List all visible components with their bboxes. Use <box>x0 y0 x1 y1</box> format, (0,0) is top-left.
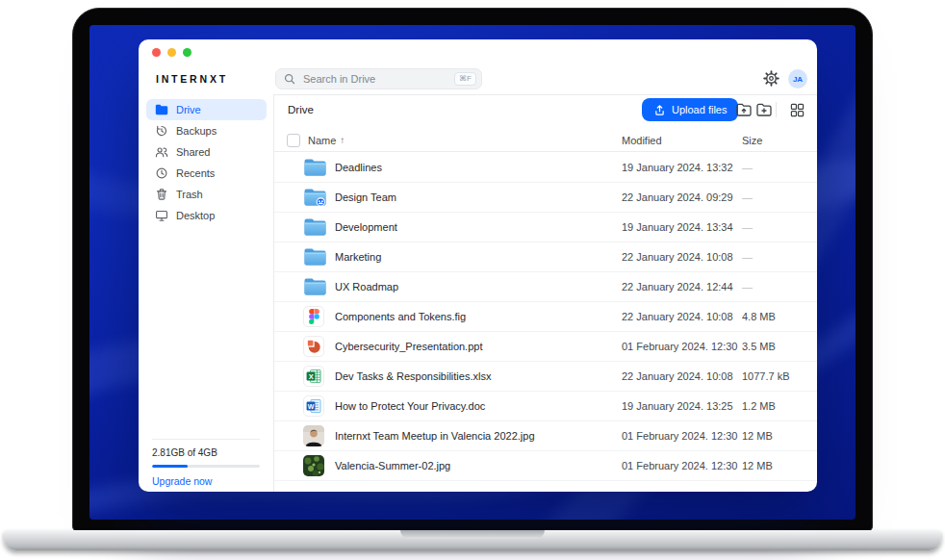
photo-leaves-icon <box>303 455 335 476</box>
table-row[interactable]: Deadlines 19 January 2024. 13:32 — <box>274 153 817 183</box>
row-size: 12 MB <box>742 430 811 442</box>
backups-icon <box>155 124 168 138</box>
grid-view-button[interactable] <box>787 100 806 119</box>
row-size: — <box>742 221 811 233</box>
upgrade-link[interactable]: Upgrade now <box>152 475 260 487</box>
table-row[interactable]: W How to Protect Your Privacy.doc 19 Jan… <box>274 392 817 421</box>
table-row[interactable]: Marketing 22 January 2024. 10:08 — <box>274 242 817 272</box>
row-modified: 01 February 2024. 12:30 <box>622 430 742 442</box>
row-size: 4.8 MB <box>742 311 811 322</box>
folder-icon <box>303 217 335 237</box>
storage-usage-label: 2.81GB of 4GB <box>152 447 260 458</box>
table-row[interactable]: Development 19 January 2024. 13:34 — <box>274 213 817 242</box>
row-modified: 22 January 2024. 09:29 <box>622 191 742 203</box>
settings-button[interactable] <box>763 70 780 88</box>
svg-text:X: X <box>309 372 314 381</box>
row-size: 3.5 MB <box>742 341 811 352</box>
breadcrumb-title: Drive <box>288 104 314 115</box>
search-input[interactable] <box>301 72 454 86</box>
laptop-screen: INTERNXT ⌘F JA Drive <box>72 8 873 532</box>
sidebar-item-trash[interactable]: Trash <box>146 184 267 205</box>
sidebar-item-label: Trash <box>176 189 203 200</box>
table-row[interactable]: Components and Tokens.fig 22 January 202… <box>274 302 817 332</box>
powerpoint-icon <box>303 336 335 357</box>
row-name: Cybersecurity_Presentation.ppt <box>335 341 622 352</box>
drive-folder-icon <box>155 103 168 116</box>
trash-icon <box>155 188 168 201</box>
word-icon: W <box>303 395 335 417</box>
excel-icon: X <box>303 366 335 387</box>
row-name: Deadlines <box>335 162 622 173</box>
sort-arrow-icon: ↑ <box>340 135 345 145</box>
row-size: 1.2 MB <box>742 400 811 412</box>
main-content: Drive Upload files <box>274 95 817 492</box>
row-name: Development <box>335 221 622 233</box>
row-size: — <box>742 162 811 173</box>
figma-icon <box>303 306 335 327</box>
column-header-name[interactable]: Name ↑ <box>308 135 622 146</box>
file-list: Deadlines 19 January 2024. 13:32 — Desig… <box>274 153 817 481</box>
sidebar-item-desktop[interactable]: Desktop <box>146 205 267 226</box>
search-bar: ⌘F <box>275 68 482 89</box>
sidebar-item-label: Backups <box>176 125 217 137</box>
sidebar-item-recents[interactable]: Recents <box>146 163 267 184</box>
storage-section: 2.81GB of 4GB Upgrade now <box>152 439 260 487</box>
minimize-button[interactable] <box>167 48 176 57</box>
folder-icon <box>303 158 335 177</box>
storage-divider <box>152 439 260 440</box>
row-name: Dev Tasks & Responsibilities.xlsx <box>335 370 622 382</box>
desktop-icon <box>155 209 168 222</box>
select-all-checkbox[interactable] <box>287 134 300 147</box>
laptop-base <box>4 530 941 550</box>
row-modified: 22 January 2024. 12:44 <box>622 281 742 293</box>
row-modified: 22 January 2024. 10:08 <box>622 311 742 322</box>
sidebar-item-label: Recents <box>176 167 215 179</box>
row-name: Design Team <box>335 191 622 203</box>
photo-person-icon <box>303 425 335 446</box>
zoom-button[interactable] <box>183 48 192 57</box>
column-header-modified[interactable]: Modified <box>622 135 742 146</box>
new-folder-button[interactable] <box>754 100 774 119</box>
upload-folder-icon <box>735 101 753 118</box>
table-row[interactable]: Cybersecurity_Presentation.ppt 01 Februa… <box>274 332 817 362</box>
shared-icon <box>155 145 168 159</box>
upload-files-button[interactable]: Upload files <box>642 98 738 121</box>
row-modified: 19 January 2024. 13:34 <box>622 221 742 233</box>
row-size: — <box>742 281 811 293</box>
row-modified: 19 January 2024. 13:25 <box>622 400 742 412</box>
avatar[interactable]: JA <box>788 69 807 89</box>
toolbar-separator <box>776 102 777 117</box>
internxt-logo: INTERNXT <box>156 73 228 85</box>
window-controls <box>152 48 192 57</box>
new-folder-icon <box>755 101 773 118</box>
column-header-size[interactable]: Size <box>742 135 811 146</box>
sidebar-item-backups[interactable]: Backups <box>146 120 267 141</box>
table-row[interactable]: X Dev Tasks & Responsibilities.xlsx 22 J… <box>274 362 817 392</box>
upload-icon <box>653 104 666 116</box>
close-button[interactable] <box>152 48 161 57</box>
sidebar-item-label: Desktop <box>176 210 215 221</box>
row-name: Components and Tokens.fig <box>335 311 622 322</box>
search-shortcut-badge: ⌘F <box>454 72 476 86</box>
row-name: Internxt Team Meetup in Valencia 2022.jp… <box>335 430 622 442</box>
table-row[interactable]: Internxt Team Meetup in Valencia 2022.jp… <box>274 421 817 451</box>
row-modified: 19 January 2024. 13:32 <box>622 162 742 173</box>
table-row[interactable]: UX Roadmap 22 January 2024. 12:44 — <box>274 272 817 302</box>
row-name: UX Roadmap <box>335 281 622 293</box>
row-modified: 01 February 2024. 12:30 <box>622 460 742 471</box>
row-size: 12 MB <box>742 460 811 471</box>
folder-shared-icon <box>303 188 335 207</box>
upload-files-label: Upload files <box>672 104 727 115</box>
recents-icon <box>155 166 168 180</box>
storage-bar <box>152 465 260 468</box>
upload-folder-button[interactable] <box>734 100 753 119</box>
row-modified: 01 February 2024. 12:30 <box>622 341 742 352</box>
sidebar-item-drive[interactable]: Drive <box>146 99 267 120</box>
table-header: Name ↑ Modified Size <box>274 129 817 152</box>
table-row[interactable]: Valencia-Summer-02.jpg 01 February 2024.… <box>274 451 817 481</box>
table-row[interactable]: Design Team 22 January 2024. 09:29 — <box>274 183 817 213</box>
row-modified: 22 January 2024. 10:08 <box>622 251 742 263</box>
sidebar-item-label: Drive <box>176 104 201 115</box>
gear-icon <box>763 70 779 87</box>
sidebar-item-shared[interactable]: Shared <box>146 141 267 163</box>
